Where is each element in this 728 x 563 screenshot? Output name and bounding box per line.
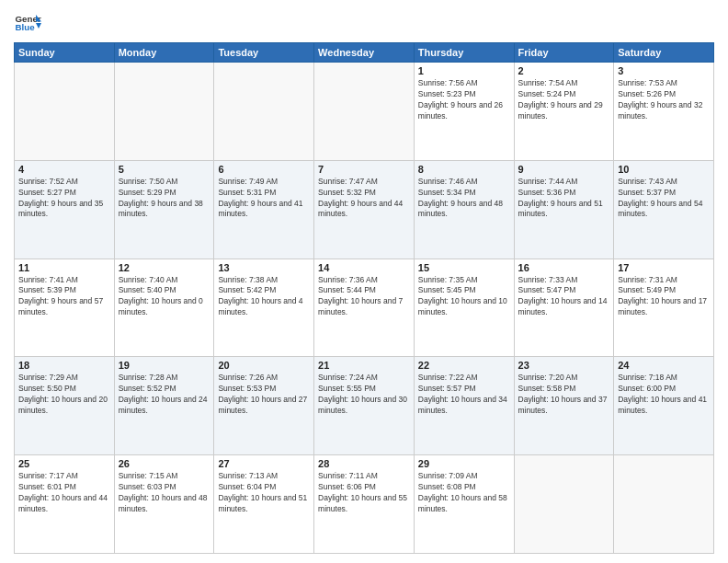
day-number: 6 [218,164,310,175]
calendar-cell: 12Sunrise: 7:40 AM Sunset: 5:40 PM Dayli… [114,259,214,357]
day-info: Sunrise: 7:33 AM Sunset: 5:47 PM Dayligh… [518,275,610,319]
day-number: 23 [518,360,610,371]
day-info: Sunrise: 7:52 AM Sunset: 5:27 PM Dayligh… [18,177,110,221]
day-number: 17 [618,262,710,273]
day-info: Sunrise: 7:29 AM Sunset: 5:50 PM Dayligh… [18,373,110,417]
day-info: Sunrise: 7:53 AM Sunset: 5:26 PM Dayligh… [618,78,710,122]
day-number: 27 [218,458,310,469]
weekday-header-tuesday: Tuesday [214,43,314,63]
day-info: Sunrise: 7:50 AM Sunset: 5:29 PM Dayligh… [119,177,210,221]
day-info: Sunrise: 7:22 AM Sunset: 5:57 PM Dayligh… [418,373,510,417]
day-number: 26 [119,458,210,469]
calendar-cell: 2Sunrise: 7:54 AM Sunset: 5:24 PM Daylig… [514,63,614,161]
calendar-cell: 25Sunrise: 7:17 AM Sunset: 6:01 PM Dayli… [15,455,115,554]
calendar-cell: 13Sunrise: 7:38 AM Sunset: 5:42 PM Dayli… [214,259,314,357]
day-number: 10 [618,164,710,175]
day-info: Sunrise: 7:13 AM Sunset: 6:04 PM Dayligh… [218,471,310,515]
calendar-cell: 28Sunrise: 7:11 AM Sunset: 6:06 PM Dayli… [314,455,415,554]
svg-marker-3 [36,23,41,29]
day-info: Sunrise: 7:40 AM Sunset: 5:40 PM Dayligh… [119,275,210,319]
day-info: Sunrise: 7:31 AM Sunset: 5:49 PM Dayligh… [618,275,710,319]
calendar-cell: 21Sunrise: 7:24 AM Sunset: 5:55 PM Dayli… [314,357,415,455]
day-number: 8 [418,164,510,175]
day-info: Sunrise: 7:18 AM Sunset: 6:00 PM Dayligh… [618,373,710,417]
header: General Blue [14,9,714,37]
day-number: 22 [418,360,510,371]
weekday-header-friday: Friday [514,43,614,63]
day-number: 29 [418,458,510,469]
day-number: 18 [18,360,110,371]
calendar-cell: 29Sunrise: 7:09 AM Sunset: 6:08 PM Dayli… [414,455,514,554]
day-info: Sunrise: 7:49 AM Sunset: 5:31 PM Dayligh… [218,177,310,221]
calendar-cell: 3Sunrise: 7:53 AM Sunset: 5:26 PM Daylig… [614,63,714,161]
calendar-cell: 10Sunrise: 7:43 AM Sunset: 5:37 PM Dayli… [614,160,714,259]
day-number: 20 [218,360,310,371]
calendar-cell [15,63,115,161]
day-info: Sunrise: 7:47 AM Sunset: 5:32 PM Dayligh… [318,177,410,221]
calendar-cell: 6Sunrise: 7:49 AM Sunset: 5:31 PM Daylig… [214,160,314,259]
calendar-cell: 24Sunrise: 7:18 AM Sunset: 6:00 PM Dayli… [614,357,714,455]
calendar-cell [314,63,415,161]
calendar-week-3: 11Sunrise: 7:41 AM Sunset: 5:39 PM Dayli… [15,259,714,357]
day-number: 28 [318,458,410,469]
day-number: 4 [18,164,110,175]
calendar-cell: 20Sunrise: 7:26 AM Sunset: 5:53 PM Dayli… [214,357,314,455]
calendar-cell: 26Sunrise: 7:15 AM Sunset: 6:03 PM Dayli… [114,455,214,554]
day-number: 3 [618,65,710,76]
day-number: 24 [618,360,710,371]
day-info: Sunrise: 7:44 AM Sunset: 5:36 PM Dayligh… [518,177,610,221]
day-number: 12 [119,262,210,273]
weekday-header-row: SundayMondayTuesdayWednesdayThursdayFrid… [15,43,714,63]
page: General Blue SundayMondayTuesdayWednesda… [0,0,728,563]
calendar-cell [114,63,214,161]
weekday-header-monday: Monday [114,43,214,63]
day-info: Sunrise: 7:09 AM Sunset: 6:08 PM Dayligh… [418,471,510,515]
day-info: Sunrise: 7:17 AM Sunset: 6:01 PM Dayligh… [18,471,110,515]
day-number: 5 [119,164,210,175]
calendar-cell: 15Sunrise: 7:35 AM Sunset: 5:45 PM Dayli… [414,259,514,357]
calendar-cell: 14Sunrise: 7:36 AM Sunset: 5:44 PM Dayli… [314,259,415,357]
day-info: Sunrise: 7:43 AM Sunset: 5:37 PM Dayligh… [618,177,710,221]
day-info: Sunrise: 7:26 AM Sunset: 5:53 PM Dayligh… [218,373,310,417]
calendar-cell: 27Sunrise: 7:13 AM Sunset: 6:04 PM Dayli… [214,455,314,554]
day-number: 13 [218,262,310,273]
calendar-cell: 9Sunrise: 7:44 AM Sunset: 5:36 PM Daylig… [514,160,614,259]
calendar-cell [614,455,714,554]
day-info: Sunrise: 7:41 AM Sunset: 5:39 PM Dayligh… [18,275,110,319]
day-number: 25 [18,458,110,469]
weekday-header-thursday: Thursday [414,43,514,63]
logo-icon: General Blue [14,9,41,37]
day-info: Sunrise: 7:56 AM Sunset: 5:23 PM Dayligh… [418,78,510,122]
calendar-cell: 1Sunrise: 7:56 AM Sunset: 5:23 PM Daylig… [414,63,514,161]
calendar-cell: 8Sunrise: 7:46 AM Sunset: 5:34 PM Daylig… [414,160,514,259]
day-number: 11 [18,262,110,273]
day-info: Sunrise: 7:24 AM Sunset: 5:55 PM Dayligh… [318,373,410,417]
calendar-week-2: 4Sunrise: 7:52 AM Sunset: 5:27 PM Daylig… [15,160,714,259]
calendar-cell [214,63,314,161]
weekday-header-saturday: Saturday [614,43,714,63]
calendar-cell: 17Sunrise: 7:31 AM Sunset: 5:49 PM Dayli… [614,259,714,357]
day-info: Sunrise: 7:15 AM Sunset: 6:03 PM Dayligh… [119,471,210,515]
svg-text:Blue: Blue [16,22,36,32]
day-info: Sunrise: 7:11 AM Sunset: 6:06 PM Dayligh… [318,471,410,515]
day-number: 15 [418,262,510,273]
calendar-cell [514,455,614,554]
calendar-cell: 22Sunrise: 7:22 AM Sunset: 5:57 PM Dayli… [414,357,514,455]
logo: General Blue [14,9,41,37]
day-info: Sunrise: 7:38 AM Sunset: 5:42 PM Dayligh… [218,275,310,319]
weekday-header-wednesday: Wednesday [314,43,415,63]
calendar-cell: 5Sunrise: 7:50 AM Sunset: 5:29 PM Daylig… [114,160,214,259]
calendar-cell: 4Sunrise: 7:52 AM Sunset: 5:27 PM Daylig… [15,160,115,259]
day-number: 19 [119,360,210,371]
day-number: 16 [518,262,610,273]
calendar-cell: 11Sunrise: 7:41 AM Sunset: 5:39 PM Dayli… [15,259,115,357]
calendar-cell: 16Sunrise: 7:33 AM Sunset: 5:47 PM Dayli… [514,259,614,357]
day-info: Sunrise: 7:28 AM Sunset: 5:52 PM Dayligh… [119,373,210,417]
day-number: 21 [318,360,410,371]
day-number: 1 [418,65,510,76]
day-info: Sunrise: 7:35 AM Sunset: 5:45 PM Dayligh… [418,275,510,319]
calendar-week-1: 1Sunrise: 7:56 AM Sunset: 5:23 PM Daylig… [15,63,714,161]
calendar-cell: 19Sunrise: 7:28 AM Sunset: 5:52 PM Dayli… [114,357,214,455]
day-info: Sunrise: 7:54 AM Sunset: 5:24 PM Dayligh… [518,78,610,122]
day-number: 2 [518,65,610,76]
